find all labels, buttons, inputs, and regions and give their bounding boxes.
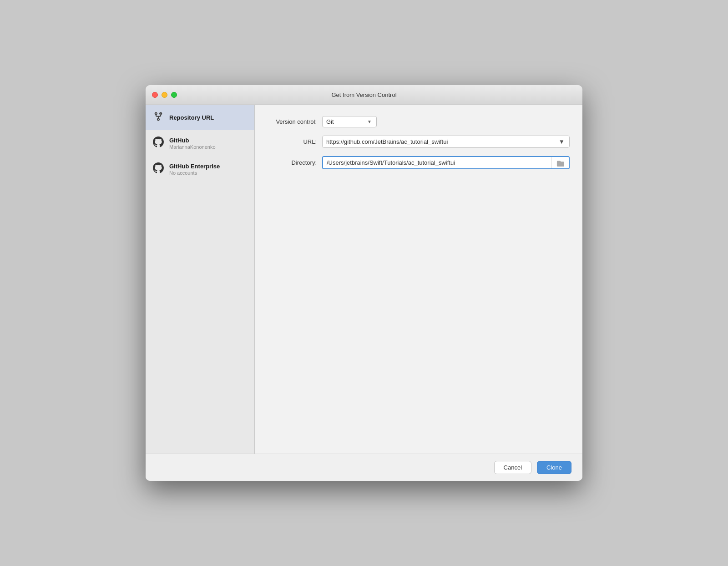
url-dropdown-button[interactable]: ▼ xyxy=(554,136,569,147)
sidebar-item-github-enterprise-title: GitHub Enterprise xyxy=(169,163,220,170)
sidebar-item-github-enterprise-text: GitHub Enterprise No accounts xyxy=(169,163,220,176)
version-control-control: Git Mercurial Subversion ▼ xyxy=(322,116,570,127)
version-control-dropdown-arrow: ▼ xyxy=(367,119,372,124)
repo-icon xyxy=(153,111,164,124)
sidebar-item-github-title: GitHub xyxy=(169,137,216,144)
title-bar: Get from Version Control xyxy=(146,85,582,105)
cancel-button[interactable]: Cancel xyxy=(494,461,531,474)
url-input[interactable] xyxy=(323,136,554,147)
close-button[interactable] xyxy=(152,92,158,98)
sidebar-item-github-enterprise-subtitle: No accounts xyxy=(169,170,220,176)
window-controls xyxy=(152,92,177,98)
maximize-button[interactable] xyxy=(171,92,177,98)
version-control-label: Version control: xyxy=(268,118,322,125)
sidebar-item-github[interactable]: GitHub MariannaKononenko xyxy=(146,130,254,156)
directory-input[interactable] xyxy=(323,157,551,168)
version-control-row: Version control: Git Mercurial Subversio… xyxy=(268,116,570,127)
browse-directory-button[interactable] xyxy=(551,157,569,168)
url-row: URL: ▼ xyxy=(268,136,570,148)
dialog-body: Repository URL GitHub MariannaKononenko xyxy=(146,105,582,454)
sidebar-item-repository-url-text: Repository URL xyxy=(169,114,214,121)
github-enterprise-icon xyxy=(153,162,164,176)
sidebar-item-repository-url-title: Repository URL xyxy=(169,114,214,121)
version-control-select-wrapper[interactable]: Git Mercurial Subversion ▼ xyxy=(322,116,377,127)
sidebar-item-github-subtitle: MariannaKononenko xyxy=(169,144,216,150)
main-content: Version control: Git Mercurial Subversio… xyxy=(255,105,582,454)
url-label: URL: xyxy=(268,138,322,145)
directory-input-wrapper xyxy=(322,156,570,169)
footer: Cancel Clone xyxy=(146,454,582,481)
sidebar-item-github-enterprise[interactable]: GitHub Enterprise No accounts xyxy=(146,156,254,182)
version-control-select[interactable]: Git Mercurial Subversion xyxy=(326,118,365,125)
url-input-wrapper: ▼ xyxy=(322,136,570,148)
spacer xyxy=(268,177,570,443)
directory-row: Directory: xyxy=(268,156,570,169)
github-icon xyxy=(153,136,164,150)
directory-label: Directory: xyxy=(268,159,322,166)
sidebar-item-github-text: GitHub MariannaKononenko xyxy=(169,137,216,150)
sidebar: Repository URL GitHub MariannaKononenko xyxy=(146,105,255,454)
window-title: Get from Version Control xyxy=(331,91,396,98)
dialog-window: Get from Version Control Repository URL xyxy=(146,85,582,481)
sidebar-item-repository-url[interactable]: Repository URL xyxy=(146,105,254,130)
minimize-button[interactable] xyxy=(162,92,167,98)
clone-button[interactable]: Clone xyxy=(537,461,571,474)
